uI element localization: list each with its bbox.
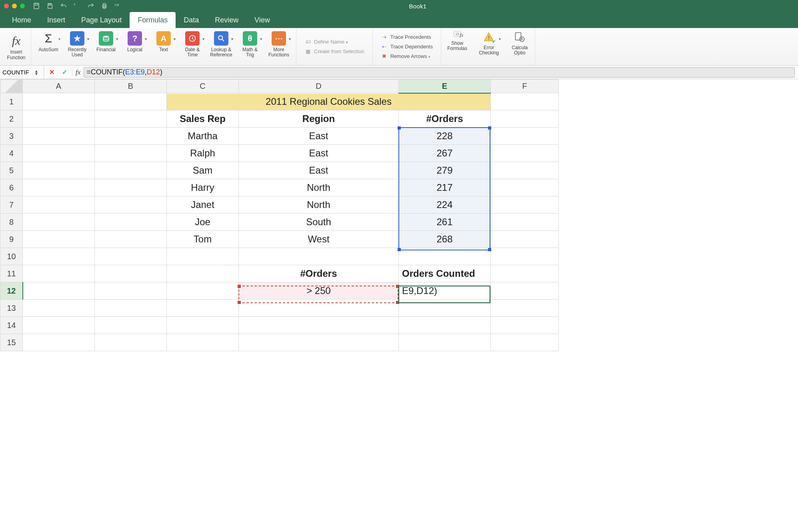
- save-alt-icon[interactable]: [46, 2, 54, 10]
- cell[interactable]: [95, 162, 167, 179]
- cell[interactable]: [23, 282, 95, 300]
- cell[interactable]: [399, 248, 491, 265]
- row-header[interactable]: 3: [0, 128, 23, 145]
- tab-insert[interactable]: Insert: [39, 12, 73, 28]
- tab-page-layout[interactable]: Page Layout: [73, 12, 130, 28]
- header-region[interactable]: Region: [239, 110, 399, 128]
- cell[interactable]: [23, 231, 95, 248]
- qat-customize-icon[interactable]: ≡▾: [114, 2, 122, 10]
- cell[interactable]: [399, 317, 491, 334]
- show-formulas-button[interactable]: 15fx Show Formulas: [445, 31, 469, 51]
- cell-orders[interactable]: 279: [399, 162, 491, 179]
- row-header[interactable]: 7: [0, 196, 23, 214]
- header-orders[interactable]: #Orders: [399, 110, 491, 128]
- tab-review[interactable]: Review: [207, 12, 246, 28]
- cell[interactable]: [491, 300, 559, 317]
- criteria-header-orders[interactable]: #Orders: [239, 265, 399, 282]
- autosum-button[interactable]: Σ▾ AutoSum: [35, 31, 62, 52]
- row-header[interactable]: 9: [0, 231, 23, 248]
- cell[interactable]: [95, 110, 167, 128]
- logical-button[interactable]: ?▾ Logical: [122, 31, 148, 52]
- financial-button[interactable]: ▾ Financial: [93, 31, 119, 52]
- minimize-window-button[interactable]: [12, 4, 17, 8]
- cell-region[interactable]: North: [239, 196, 399, 214]
- name-box-stepper[interactable]: ▲▼: [34, 70, 38, 75]
- col-header-a[interactable]: A: [23, 80, 95, 93]
- cell-rep[interactable]: Martha: [167, 128, 239, 145]
- cell[interactable]: [239, 317, 399, 334]
- cell[interactable]: [95, 265, 167, 282]
- cell[interactable]: [23, 145, 95, 162]
- cell[interactable]: [23, 110, 95, 128]
- formula-input[interactable]: =COUNTIF(E3:E9,D12): [84, 67, 795, 78]
- tab-home[interactable]: Home: [4, 12, 39, 28]
- cell[interactable]: [491, 110, 559, 128]
- cell-rep[interactable]: Janet: [167, 196, 239, 214]
- cell[interactable]: [491, 248, 559, 265]
- cell[interactable]: [23, 93, 95, 110]
- row-header[interactable]: 5: [0, 162, 23, 179]
- recently-used-button[interactable]: ★▾ Recently Used: [64, 31, 90, 58]
- math-trig-button[interactable]: θ▾ Math & Trig: [237, 31, 263, 58]
- fx-label-icon[interactable]: fx: [72, 68, 84, 76]
- cell[interactable]: [23, 128, 95, 145]
- active-cell[interactable]: E9,D12): [399, 282, 491, 300]
- cell-orders[interactable]: 261: [399, 214, 491, 231]
- tab-view[interactable]: View: [246, 12, 278, 28]
- spreadsheet-grid[interactable]: A B C D E F 1 2011 Regional Cookies Sale…: [0, 79, 798, 351]
- title-cell[interactable]: 2011 Regional Cookies Sales: [167, 93, 491, 110]
- save-icon[interactable]: [33, 2, 40, 10]
- date-time-button[interactable]: ▾ Date & Time: [179, 31, 206, 58]
- cell-region[interactable]: East: [239, 162, 399, 179]
- cell[interactable]: [95, 145, 167, 162]
- undo-icon[interactable]: [60, 2, 67, 10]
- define-name-button[interactable]: 🏷Define Name: [304, 38, 364, 46]
- cell-orders[interactable]: 228: [399, 128, 491, 145]
- cell-region[interactable]: East: [239, 145, 399, 162]
- cell[interactable]: [95, 300, 167, 317]
- cell[interactable]: [95, 214, 167, 231]
- cell-region[interactable]: East: [239, 128, 399, 145]
- tab-formulas[interactable]: Formulas: [130, 12, 176, 28]
- redo-icon[interactable]: [87, 2, 94, 10]
- cell[interactable]: [167, 334, 239, 351]
- cell[interactable]: [23, 162, 95, 179]
- print-icon[interactable]: [101, 2, 108, 10]
- tab-data[interactable]: Data: [176, 12, 207, 28]
- cell-orders[interactable]: 268: [399, 231, 491, 248]
- cell-orders[interactable]: 217: [399, 179, 491, 196]
- cell[interactable]: [95, 334, 167, 351]
- cell[interactable]: [491, 231, 559, 248]
- select-all-corner[interactable]: [0, 80, 23, 93]
- cell-region[interactable]: North: [239, 179, 399, 196]
- calculation-options-button[interactable]: Calcula Optio: [508, 31, 531, 56]
- cell[interactable]: [23, 265, 95, 282]
- criteria-header-counted[interactable]: Orders Counted: [399, 265, 491, 282]
- cell[interactable]: [491, 179, 559, 196]
- cancel-formula-button[interactable]: ✕: [48, 69, 55, 76]
- col-header-c[interactable]: C: [167, 80, 239, 93]
- more-functions-button[interactable]: ⋯▾ More Functions: [266, 31, 292, 58]
- cell[interactable]: [23, 179, 95, 196]
- cell[interactable]: [23, 196, 95, 214]
- cell[interactable]: [167, 317, 239, 334]
- cell[interactable]: [239, 248, 399, 265]
- cell[interactable]: [95, 317, 167, 334]
- col-header-e[interactable]: E: [399, 80, 491, 93]
- col-header-f[interactable]: F: [491, 80, 559, 93]
- row-header[interactable]: 8: [0, 214, 23, 231]
- cell[interactable]: [95, 248, 167, 265]
- cell-rep[interactable]: Tom: [167, 231, 239, 248]
- cell-region[interactable]: South: [239, 214, 399, 231]
- cell-rep[interactable]: Joe: [167, 214, 239, 231]
- cell-rep[interactable]: Sam: [167, 162, 239, 179]
- row-header[interactable]: 4: [0, 145, 23, 162]
- cell[interactable]: [167, 248, 239, 265]
- cell[interactable]: [95, 128, 167, 145]
- cell[interactable]: [23, 300, 95, 317]
- cell[interactable]: [239, 334, 399, 351]
- col-header-b[interactable]: B: [95, 80, 167, 93]
- row-header[interactable]: 2: [0, 110, 23, 128]
- cell-rep[interactable]: Harry: [167, 179, 239, 196]
- row-header[interactable]: 6: [0, 179, 23, 196]
